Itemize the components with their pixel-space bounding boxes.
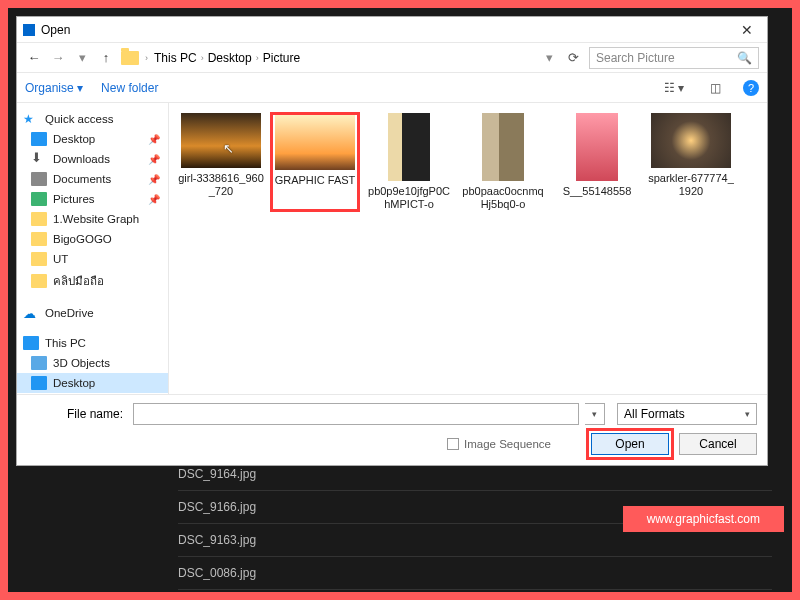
sidebar-this-pc[interactable]: This PC	[17, 333, 168, 353]
bg-row[interactable]: DSC_0064.jpg	[178, 590, 772, 600]
chevron-right-icon: ›	[201, 53, 204, 63]
help-button[interactable]: ?	[743, 80, 759, 96]
sidebar-item-folder[interactable]: คลิปมือถือ	[17, 269, 168, 293]
file-thumb[interactable]: S__55148558	[553, 113, 641, 211]
thumbnail-image	[651, 113, 731, 168]
file-grid[interactable]: ↖girl-3338616_960_720GRAPHIC FASTpb0p9e1…	[169, 103, 767, 394]
sidebar-item-folder[interactable]: UT	[17, 249, 168, 269]
file-label: S__55148558	[563, 185, 632, 198]
sidebar-item-folder[interactable]: BigoGOGO	[17, 229, 168, 249]
filename-input[interactable]	[133, 403, 579, 425]
thumbnail-image	[482, 113, 524, 181]
file-label: GRAPHIC FAST	[275, 174, 356, 187]
titlebar: Open ✕	[17, 17, 767, 43]
open-dialog: Open ✕ ← → ▾ ↑ › This PC › Desktop › Pic…	[16, 16, 768, 466]
sidebar-item-desktop[interactable]: Desktop	[17, 373, 168, 393]
file-thumb[interactable]: ↖girl-3338616_960_720	[177, 113, 265, 211]
forward-button[interactable]: →	[49, 50, 67, 65]
app-icon	[23, 24, 35, 36]
chevron-right-icon: ›	[256, 53, 259, 63]
organise-menu[interactable]: Organise ▾	[25, 81, 83, 95]
pin-icon: 📌	[148, 134, 160, 145]
dialog-title: Open	[41, 23, 727, 37]
file-label: girl-3338616_960_720	[178, 172, 264, 198]
chevron-right-icon: ›	[145, 53, 148, 63]
watermark: www.graphicfast.com	[623, 506, 784, 532]
preview-pane-button[interactable]: ◫	[706, 81, 725, 95]
close-button[interactable]: ✕	[727, 17, 767, 42]
sidebar-onedrive[interactable]: ☁OneDrive	[17, 303, 168, 323]
open-button[interactable]: Open	[591, 433, 669, 455]
sidebar-item-desktop[interactable]: Desktop📌	[17, 129, 168, 149]
refresh-button[interactable]: ⟳	[564, 50, 583, 65]
up-button[interactable]: ↑	[97, 50, 115, 65]
crumb[interactable]: Picture	[263, 51, 300, 65]
nav-row: ← → ▾ ↑ › This PC › Desktop › Picture ▾ …	[17, 43, 767, 73]
image-sequence-checkbox[interactable]: Image Sequence	[447, 438, 551, 450]
format-dropdown[interactable]: All Formats▾	[617, 403, 757, 425]
sidebar-item-pictures[interactable]: Pictures📌	[17, 189, 168, 209]
search-placeholder: Search Picture	[596, 51, 675, 65]
toolbar: Organise ▾ New folder ☷ ▾ ◫ ?	[17, 73, 767, 103]
checkbox-icon	[447, 438, 459, 450]
sidebar-quick-access[interactable]: ★Quick access	[17, 109, 168, 129]
chevron-down-icon: ▾	[745, 409, 750, 419]
file-thumb[interactable]: pb0p9e10jfgP0ChMPICT-o	[365, 113, 453, 211]
recent-dropdown[interactable]: ▾	[73, 50, 91, 65]
sidebar-item-3dobjects[interactable]: 3D Objects	[17, 353, 168, 373]
folder-icon	[121, 51, 139, 65]
file-thumb[interactable]: sparkler-677774_1920	[647, 113, 735, 211]
search-input[interactable]: Search Picture 🔍	[589, 47, 759, 69]
cursor-icon: ↖	[223, 141, 234, 156]
file-label: sparkler-677774_1920	[648, 172, 734, 198]
thumbnail-image	[388, 113, 430, 181]
new-folder-button[interactable]: New folder	[101, 81, 158, 95]
thumbnail-image: ↖	[181, 113, 261, 168]
thumbnail-image	[576, 113, 618, 181]
file-thumb[interactable]: pb0paac0ocnmqHj5bq0-o	[459, 113, 547, 211]
file-label: pb0p9e10jfgP0ChMPICT-o	[366, 185, 452, 211]
pin-icon: 📌	[148, 194, 160, 205]
cancel-button[interactable]: Cancel	[679, 433, 757, 455]
back-button[interactable]: ←	[25, 50, 43, 65]
crumb[interactable]: This PC	[154, 51, 197, 65]
view-button[interactable]: ☷ ▾	[660, 81, 688, 95]
crumb[interactable]: Desktop	[208, 51, 252, 65]
sidebar-item-downloads[interactable]: ⬇Downloads📌	[17, 149, 168, 169]
pin-icon: 📌	[148, 154, 160, 165]
sidebar-item-documents[interactable]: Documents📌	[17, 169, 168, 189]
sidebar: ★Quick access Desktop📌 ⬇Downloads📌 Docum…	[17, 103, 169, 394]
file-label: pb0paac0ocnmqHj5bq0-o	[460, 185, 546, 211]
search-icon: 🔍	[737, 51, 752, 65]
footer: File name: ▾ All Formats▾ Image Sequence…	[17, 394, 767, 465]
thumbnail-image	[275, 115, 355, 170]
breadcrumb[interactable]: This PC › Desktop › Picture	[154, 51, 534, 65]
crumb-dropdown[interactable]: ▾	[540, 50, 558, 65]
filename-dropdown[interactable]: ▾	[585, 403, 605, 425]
pin-icon: 📌	[148, 174, 160, 185]
file-thumb[interactable]: GRAPHIC FAST	[271, 113, 359, 211]
bg-row[interactable]: DSC_0086.jpg	[178, 557, 772, 590]
sidebar-item-folder[interactable]: 1.Website Graph	[17, 209, 168, 229]
filename-label: File name:	[27, 407, 127, 421]
